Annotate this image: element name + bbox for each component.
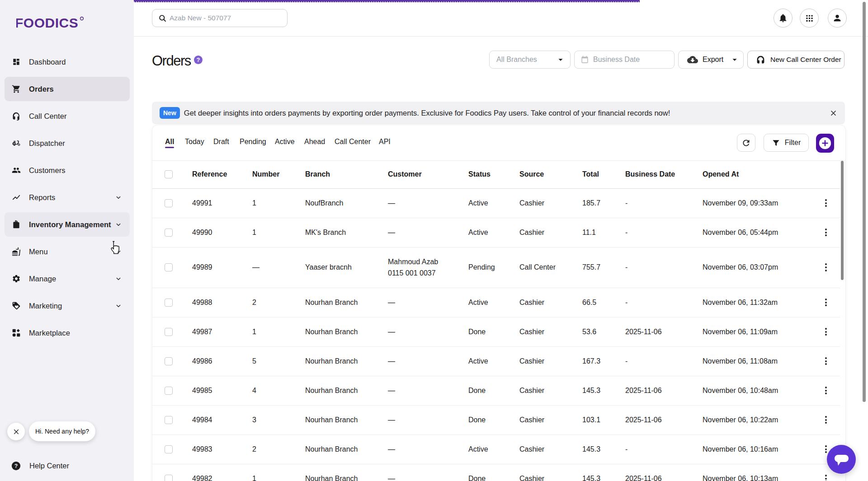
svg-text:FOODICS: FOODICS xyxy=(16,15,78,30)
svg-text:?: ? xyxy=(14,463,18,469)
